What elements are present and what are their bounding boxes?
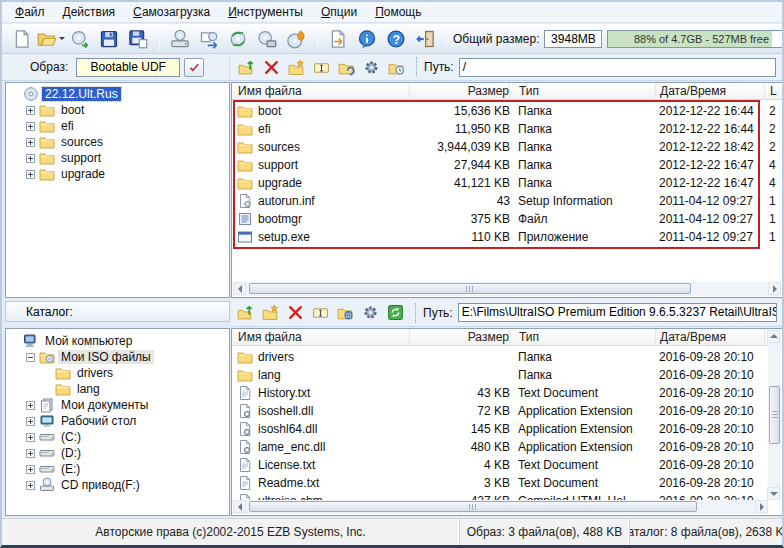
file-row-upgrade[interactable]: upgrade41,121 KBПапка2012-12-22 16:474 (232, 174, 782, 192)
tree-item-boot[interactable]: boot (6, 102, 229, 118)
file-row-boot[interactable]: boot15,636 KBПапка2012-12-22 16:442 (232, 102, 782, 120)
list-header[interactable]: Имя файлаРазмерТипДата/ВремяL (232, 83, 782, 100)
burn-cd-button[interactable] (253, 26, 281, 52)
plus-expander-icon[interactable] (26, 433, 35, 442)
scroll-thumb[interactable] (769, 386, 780, 444)
column-header-2[interactable]: Тип (518, 83, 656, 100)
scroll-down-button[interactable] (767, 487, 780, 500)
vertical-scrollbar[interactable] (768, 330, 781, 500)
scroll-left-button[interactable] (233, 500, 246, 513)
file-row-support[interactable]: support27,944 KBПапка2012-12-22 16:474 (232, 156, 782, 174)
rename-file-button[interactable] (308, 301, 332, 324)
file-row-setup-exe[interactable]: setup.exe110 KBПриложение2011-04-12 09:2… (232, 228, 782, 246)
image-type-combo[interactable]: Bootable UDF (76, 58, 180, 77)
tree-item-e[interactable]: (E:) (6, 461, 229, 477)
file-row-efi[interactable]: efi11,950 KBПапка2012-12-22 16:442 (232, 120, 782, 138)
delete-file-button[interactable] (283, 301, 307, 324)
tree-item-node-4[interactable]: Мои документы (6, 397, 229, 413)
rip-cd-button[interactable] (224, 26, 252, 52)
save-image-button[interactable] (95, 26, 123, 52)
scroll-thumb[interactable] (249, 283, 691, 294)
make-image-button[interactable] (66, 26, 94, 52)
file-row-license-txt[interactable]: License.txt4 KBText Document2016-09-28 2… (232, 456, 782, 474)
minus-expander-icon[interactable] (26, 353, 35, 362)
file-row-lame-enc-dll[interactable]: lame_enc.dll480 KBApplication Extension2… (232, 438, 782, 456)
tree-item-c[interactable]: (C:) (6, 429, 229, 445)
scroll-right-button[interactable] (755, 500, 768, 513)
plus-expander-icon[interactable] (26, 170, 35, 179)
parent-folder-button[interactable] (234, 56, 258, 79)
menu-item-4[interactable]: Опции (312, 3, 366, 21)
new-image-button[interactable] (8, 26, 36, 52)
file-row-history-txt[interactable]: History.txt43 KBText Document2016-09-28 … (232, 384, 782, 402)
plus-expander-icon[interactable] (26, 449, 35, 458)
image-path-field[interactable]: / (459, 58, 776, 77)
plus-expander-icon[interactable] (26, 465, 35, 474)
file-row-drivers[interactable]: driversПапка2016-09-28 20:10 (232, 348, 782, 366)
tree-item-node-0[interactable]: Мой компьютер (6, 333, 229, 349)
erase-cd-button[interactable] (282, 26, 310, 52)
column-header-0[interactable]: Имя файла (237, 83, 410, 100)
confirm-bootable-button[interactable] (184, 58, 204, 77)
menu-item-1[interactable]: Действия (54, 3, 125, 21)
file-row-isoshl64-dll[interactable]: isoshl64.dll145 KBApplication Extension2… (232, 420, 782, 438)
menu-item-5[interactable]: Помощь (366, 3, 430, 21)
scroll-up-button[interactable] (767, 330, 780, 343)
menu-item-0[interactable]: Файл (6, 3, 54, 21)
scroll-thumb[interactable] (249, 501, 697, 512)
file-row-isoshell-dll[interactable]: isoshell.dll72 KBApplication Extension20… (232, 402, 782, 420)
column-header-2[interactable]: Тип (518, 329, 656, 346)
tree-item-drivers[interactable]: drivers (6, 365, 229, 381)
rename-file-button[interactable] (309, 56, 333, 79)
file-row-readme-txt[interactable]: Readme.txt3 KBText Document2016-09-28 20… (232, 474, 782, 492)
save-image-as-button[interactable] (124, 26, 152, 52)
menu-item-3[interactable]: Инструменты (219, 3, 312, 21)
new-folder-button[interactable] (258, 301, 282, 324)
tree-item-upgrade[interactable]: upgrade (6, 166, 229, 182)
plus-expander-icon[interactable] (26, 122, 35, 131)
column-header-0[interactable]: Имя файла (237, 329, 410, 346)
view-files-button[interactable] (333, 301, 357, 324)
menu-item-2[interactable]: Самозагрузка (124, 3, 219, 21)
exit-button[interactable] (411, 26, 439, 52)
plus-expander-icon[interactable] (26, 154, 35, 163)
column-header-l[interactable]: L (769, 83, 783, 100)
tree-item-efi[interactable]: efi (6, 118, 229, 134)
dropdown-caret-icon[interactable] (59, 37, 65, 40)
tree-item-sources[interactable]: sources (6, 134, 229, 150)
compress-image-button[interactable] (324, 26, 352, 52)
tree-item-iso[interactable]: Мои ISO файлы (6, 349, 229, 365)
refresh-button[interactable] (383, 301, 407, 324)
help-button[interactable]: ? (382, 26, 410, 52)
file-row-bootmgr[interactable]: bootmgr375 KBФайл2011-04-12 09:271 (232, 210, 782, 228)
open-image-button[interactable] (37, 26, 65, 52)
tree-item-cd-f[interactable]: CD привод(F:) (6, 477, 229, 493)
file-row-lang[interactable]: langПапка2016-09-28 20:10 (232, 366, 782, 384)
column-header-1[interactable]: Размер (412, 83, 510, 100)
extract-file-button[interactable] (334, 56, 358, 79)
file-row-sources[interactable]: sources3,944,039 KBПапка2012-12-22 18:42… (232, 138, 782, 156)
plus-expander-icon[interactable] (26, 417, 35, 426)
convert-image-button[interactable] (195, 26, 223, 52)
plus-expander-icon[interactable] (26, 106, 35, 115)
plus-expander-icon[interactable] (26, 138, 35, 147)
horizontal-scrollbar[interactable] (233, 282, 781, 296)
horizontal-scrollbar[interactable] (233, 500, 768, 514)
properties-button[interactable] (359, 56, 383, 79)
plus-expander-icon[interactable] (26, 401, 35, 410)
tree-item-22-12-ult-rus[interactable]: 22.12.Ult.Rus (6, 86, 229, 102)
delete-file-button[interactable] (259, 56, 283, 79)
new-folder-button[interactable] (284, 56, 308, 79)
mount-virtual-drive-button[interactable] (166, 26, 194, 52)
parent-folder-button[interactable] (233, 301, 257, 324)
tree-item-node-5[interactable]: Рабочий стол (6, 413, 229, 429)
hide-file-button[interactable] (384, 56, 408, 79)
list-header[interactable]: Имя файлаРазмерТипДата/Время (232, 329, 782, 346)
plus-expander-icon[interactable] (26, 481, 35, 490)
column-header-3[interactable]: Дата/Время (659, 83, 765, 100)
tree-item-support[interactable]: support (6, 150, 229, 166)
file-row-autorun-inf[interactable]: autorun.inf43Setup Information2011-04-12… (232, 192, 782, 210)
column-header-3[interactable]: Дата/Время (659, 329, 765, 346)
column-header-1[interactable]: Размер (412, 329, 510, 346)
scroll-left-button[interactable] (233, 282, 246, 295)
